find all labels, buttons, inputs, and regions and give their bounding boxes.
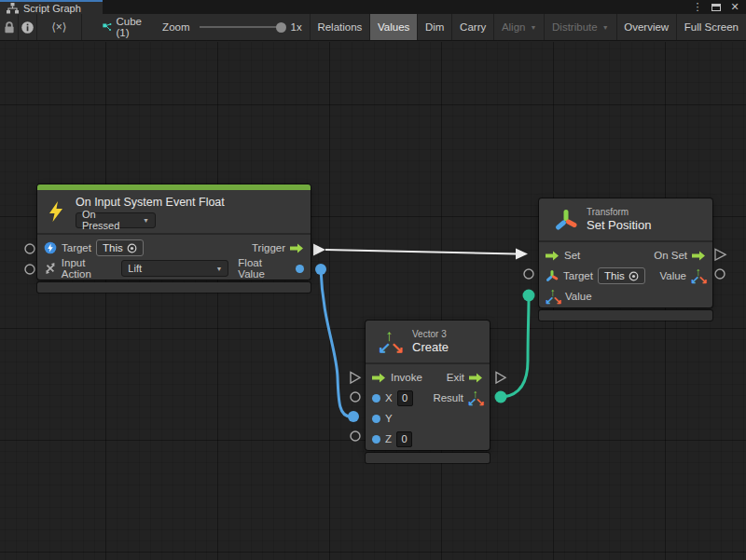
- vector3-port-icon[interactable]: ↑↙↘: [468, 390, 483, 405]
- maximize-icon[interactable]: [710, 1, 723, 13]
- port-set-value-out[interactable]: [715, 269, 725, 279]
- zoom-slider-track: [200, 26, 285, 28]
- node-vector3-create[interactable]: ↑↙↘ Vector 3 Create Invoke Exit: [366, 321, 490, 463]
- y-port-dot[interactable]: [372, 415, 380, 423]
- window-controls: ⋮ ✕: [691, 0, 746, 14]
- x-input[interactable]: 0: [397, 390, 413, 406]
- distribute-button[interactable]: Distribute ▼: [545, 14, 616, 40]
- distribute-label: Distribute: [552, 21, 598, 33]
- vector3-port-icon[interactable]: ↑↙↘: [691, 268, 706, 283]
- x-label: X: [385, 392, 393, 403]
- inspect-button[interactable]: [19, 14, 36, 40]
- row-invoke: Invoke Exit: [366, 367, 490, 388]
- row-z: Z 0: [366, 429, 490, 449]
- trigger-arrow-icon[interactable]: [290, 243, 304, 253]
- row-y: Y: [366, 408, 490, 429]
- event-mode-dropdown[interactable]: On Pressed ▼: [76, 212, 156, 228]
- transform-icon: [554, 208, 578, 232]
- port-result-out[interactable]: [495, 391, 507, 403]
- code-view-button[interactable]: ⟨×⟩: [37, 14, 81, 40]
- node-title: On Input System Event Float: [76, 196, 225, 210]
- port-invoke-in[interactable]: [351, 373, 360, 384]
- zoom-slider-knob[interactable]: [276, 22, 286, 33]
- graph-icon: [7, 3, 19, 14]
- node-set-position[interactable]: Transform Set Position Set On Set: [539, 198, 712, 321]
- node-footer: [539, 310, 712, 321]
- result-label: Result: [433, 392, 463, 403]
- z-label: Z: [385, 433, 392, 444]
- x-port-dot[interactable]: [372, 394, 380, 403]
- port-float-value-out[interactable]: [315, 264, 326, 275]
- exit-arrow-icon[interactable]: [469, 373, 483, 383]
- wire-result-to-value[interactable]: [504, 297, 529, 397]
- graph-owner-label: Cube (1): [117, 16, 146, 38]
- node-footer: [37, 282, 311, 293]
- dropdown-caret-icon: ▼: [215, 266, 222, 272]
- wire-floatvalue-to-y[interactable]: [321, 269, 351, 417]
- target-label: Target: [62, 242, 91, 253]
- z-input[interactable]: 0: [396, 431, 412, 447]
- port-z-in[interactable]: [351, 431, 360, 441]
- port-event-target-in[interactable]: [25, 244, 35, 253]
- target-label: Target: [563, 270, 593, 281]
- window-tab-bar: Script Graph ⋮ ✕: [0, 0, 746, 14]
- vector3-port-icon[interactable]: ↑↙↘: [546, 289, 560, 304]
- wire-trigger-arrowhead: [516, 249, 528, 260]
- vector3-icon: ↑↙↘: [378, 330, 402, 354]
- on-set-arrow-icon[interactable]: [692, 251, 706, 261]
- event-mode-value: On Pressed: [82, 209, 135, 231]
- port-set-target-in[interactable]: [524, 269, 533, 279]
- on-set-label: On Set: [654, 250, 687, 261]
- script-machine-icon: [103, 20, 112, 34]
- align-label: Align: [502, 21, 526, 33]
- port-exit-out[interactable]: [496, 373, 505, 384]
- graph-canvas[interactable]: On Input System Event Float On Pressed ▼…: [0, 42, 746, 560]
- port-x-in[interactable]: [351, 392, 360, 402]
- graph-owner[interactable]: Cube (1): [82, 14, 156, 40]
- exit-label: Exit: [447, 372, 464, 383]
- float-value-dot[interactable]: [296, 265, 304, 273]
- target-self-icon: [629, 271, 639, 281]
- port-on-set-out[interactable]: [715, 250, 725, 261]
- node-footer: [366, 453, 490, 463]
- menu-icon[interactable]: ⋮: [691, 1, 704, 13]
- input-action-label: Input Action: [62, 257, 117, 280]
- dim-button[interactable]: Dim: [418, 14, 451, 40]
- target-self-value: This: [103, 242, 123, 253]
- port-trigger-out[interactable]: [313, 244, 325, 256]
- target-self-chip[interactable]: This: [96, 239, 144, 256]
- zoom-value: 1x: [291, 21, 302, 33]
- wire-trigger-to-set[interactable]: [325, 250, 517, 254]
- align-button[interactable]: Align ▼: [494, 14, 545, 40]
- port-set-value-in[interactable]: [523, 290, 535, 302]
- z-port-dot[interactable]: [372, 435, 380, 444]
- full-screen-button[interactable]: Full Screen: [677, 14, 746, 40]
- overview-button[interactable]: Overview: [616, 14, 676, 40]
- target-self-icon: [127, 243, 137, 253]
- input-action-icon: [44, 262, 57, 275]
- float-value-label: Float Value: [238, 257, 291, 280]
- code-icon: ⟨×⟩: [51, 20, 66, 34]
- tab-label: Script Graph: [23, 3, 81, 14]
- zoom-label: Zoom: [162, 21, 193, 33]
- set-arrow-icon[interactable]: [546, 251, 560, 261]
- target-self-chip[interactable]: This: [598, 267, 645, 284]
- node-on-input-system-event-float[interactable]: On Input System Event Float On Pressed ▼…: [37, 184, 311, 293]
- port-y-in[interactable]: [348, 411, 359, 422]
- carry-button[interactable]: Carry: [452, 14, 493, 40]
- tab-script-graph[interactable]: Script Graph: [0, 0, 103, 14]
- y-label: Y: [385, 413, 393, 424]
- row-value-in: ↑↙↘ Value: [539, 286, 712, 307]
- lock-button[interactable]: [0, 14, 18, 40]
- input-action-dropdown[interactable]: Lift ▼: [121, 260, 228, 277]
- zoom-slider[interactable]: [200, 21, 285, 33]
- values-button[interactable]: Values: [370, 14, 417, 40]
- invoke-arrow-icon[interactable]: [372, 373, 386, 383]
- relations-button[interactable]: Relations: [310, 14, 369, 40]
- row-target: Target This Value ↑↙↘: [539, 266, 712, 286]
- align-caret-icon: ▼: [530, 24, 536, 31]
- close-icon[interactable]: ✕: [728, 1, 741, 13]
- set-label: Set: [564, 250, 580, 261]
- port-event-action-in[interactable]: [25, 265, 35, 274]
- info-icon: [21, 20, 35, 34]
